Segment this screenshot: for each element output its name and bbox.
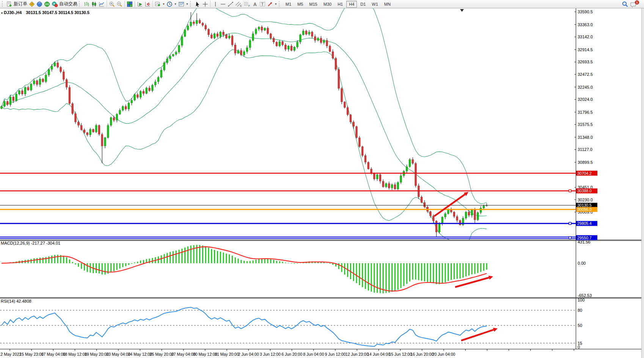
text-button[interactable]: A — [251, 0, 259, 8]
time-axis-label: 25 May 20:00 — [150, 352, 174, 356]
time-axis-label: 15 May 23:00 — [19, 352, 44, 356]
timeframe-h4-button[interactable]: H4 — [346, 1, 357, 8]
new-order-icon — [6, 1, 13, 7]
zoom-out-button[interactable] — [116, 0, 123, 8]
autotrading-icon — [52, 1, 58, 7]
rsi-indicator-label: RSI(14) 42.4808 — [1, 299, 31, 303]
dropdown-caret-icon: ▼ — [186, 3, 188, 5]
fibonacci-button[interactable]: F — [243, 0, 251, 8]
timeframe-m5-button[interactable]: M5 — [295, 1, 306, 8]
price-tick-label: 30230.0 — [578, 198, 593, 202]
toolbar-grip[interactable] — [279, 1, 281, 7]
autoscroll-button[interactable] — [136, 0, 144, 8]
market-watch-button[interactable] — [28, 0, 36, 8]
time-axis-label: 2 Jun 04:00 — [238, 352, 259, 356]
timeframe-h1-button[interactable]: H1 — [335, 1, 346, 8]
vertical-line-button[interactable] — [212, 0, 219, 8]
toolbar-grip[interactable] — [2, 1, 4, 7]
horizontal-line-button[interactable] — [219, 0, 227, 8]
time-axis-label: 24 May 12:00 — [128, 352, 152, 356]
chart-shift-marker[interactable] — [460, 9, 464, 12]
price-tick-label: 31348.0 — [578, 135, 593, 140]
toolbar-grip[interactable] — [79, 1, 81, 7]
time-axis-label: 17 May 04:00 — [41, 352, 66, 356]
macd-panel — [2, 245, 493, 294]
time-axis-label: 30 May 12:00 — [193, 352, 217, 356]
templates-button[interactable]: ▼ — [177, 0, 189, 8]
chart-shift-button[interactable] — [144, 0, 151, 8]
svg-text:F: F — [248, 4, 250, 7]
line-chart-icon — [99, 1, 105, 7]
window-edge-strip — [641, 8, 644, 358]
time-axis-label: 20 Jun 04:00 — [432, 352, 456, 356]
autotrading-button[interactable]: 自动交易 — [51, 0, 78, 8]
svg-text:E: E — [240, 4, 242, 7]
label-button[interactable]: T — [259, 0, 266, 8]
channel-button[interactable]: E — [234, 0, 243, 8]
level-handle[interactable] — [569, 237, 571, 239]
drawn-arrow[interactable] — [455, 278, 489, 287]
chat-button[interactable]: 1 — [629, 0, 640, 8]
crosshair-icon — [202, 1, 208, 7]
time-axis-label: 23 May 04:00 — [106, 352, 130, 356]
periods-clock-icon — [166, 1, 173, 7]
timeframe-d1-button[interactable]: D1 — [358, 1, 368, 8]
cursor-button[interactable] — [194, 0, 201, 8]
trendline-button[interactable] — [227, 0, 234, 8]
price-tick-label: 30899.5 — [578, 160, 593, 165]
navigator-button[interactable] — [36, 0, 43, 8]
timeframe-m1-button[interactable]: M1 — [283, 1, 294, 8]
symbol-name: DJ30-,H4 — [4, 10, 22, 15]
chart-canvas[interactable]: 33590.533363.033142.032914.532693.532472… — [0, 0, 644, 358]
time-axis-label: 9 Jun 12:00 — [325, 352, 346, 356]
rsi-scale-label: 80 — [578, 308, 582, 312]
tile-windows-button[interactable] — [126, 0, 134, 8]
time-axis-label: 31 May 20:00 — [215, 352, 239, 356]
drawn-arrow[interactable] — [461, 330, 494, 341]
macd-indicator-label: MACD(12,26,9) -217.27 -304.01 — [1, 241, 60, 245]
bar-chart-button[interactable] — [83, 0, 90, 8]
vertical-line-icon — [213, 1, 218, 7]
time-axis-label: 6 Jun 20:00 — [281, 352, 302, 356]
level-handle[interactable] — [569, 222, 571, 225]
price-tick-label: 33363.0 — [578, 22, 593, 27]
rsi-scale-label: 0 — [578, 345, 580, 349]
time-axis-label: 3 Jun 12:00 — [260, 352, 281, 356]
level-handle[interactable] — [569, 190, 571, 192]
arrows-tool-button[interactable]: ▼ — [266, 0, 278, 8]
periods-button[interactable]: ▼ — [166, 0, 177, 8]
dropdown-caret-icon: ▼ — [162, 3, 165, 5]
terminal-button[interactable] — [43, 0, 51, 8]
search-icon — [622, 1, 628, 8]
zoom-in-button[interactable] — [108, 0, 116, 8]
rsi-panel — [0, 307, 576, 346]
symbol-dropdown-icon[interactable]: ▾ — [1, 11, 3, 15]
time-axis-label: 19 May 20:00 — [85, 352, 109, 356]
toolbar-grip[interactable] — [190, 1, 192, 7]
timeframe-mn-button[interactable]: MN — [382, 1, 393, 8]
timeframe-w1-button[interactable]: W1 — [369, 1, 381, 8]
bar-chart-icon — [83, 1, 90, 7]
search-button[interactable] — [621, 0, 629, 8]
candlestick-button[interactable] — [90, 0, 98, 8]
price-tick-label: 32693.5 — [578, 60, 593, 64]
time-axis-label: 16 Jun 20:00 — [410, 352, 434, 356]
macd-scale-label: 0.00 — [578, 261, 586, 265]
time-axis-label: 12 Jun 23:00 — [346, 352, 369, 356]
new-order-button[interactable]: 新订单 — [6, 0, 28, 8]
crosshair-button[interactable] — [201, 0, 209, 8]
price-tick-label: 32245.0 — [578, 85, 593, 90]
indicators-button[interactable]: ▼ — [154, 0, 166, 8]
navigator-icon — [36, 1, 42, 7]
timeframe-m15-button[interactable]: M15 — [306, 1, 320, 8]
zoom-out-icon — [116, 1, 123, 7]
axes: 33590.533363.033142.032914.532693.532472… — [0, 8, 641, 356]
time-axis-label: 18 May 12:00 — [63, 352, 87, 356]
chart-area: 33590.533363.033142.032914.532693.532472… — [0, 0, 644, 358]
price-tick-label: 31127.0 — [578, 147, 592, 152]
timeframe-m30-button[interactable]: M30 — [321, 1, 334, 8]
candles — [1, 12, 488, 237]
time-axis-label: 8 Jun 04:00 — [303, 352, 324, 356]
templates-icon — [178, 1, 184, 7]
line-chart-button[interactable] — [98, 0, 105, 8]
